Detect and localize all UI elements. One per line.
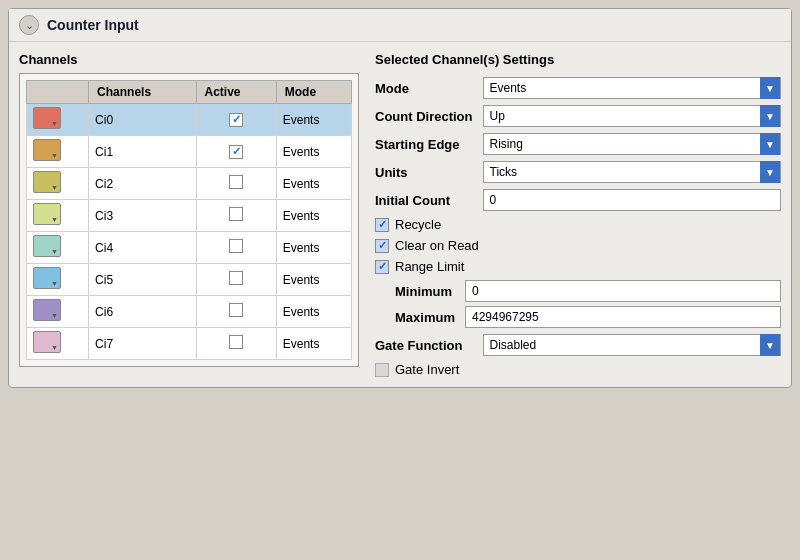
table-row[interactable]: Ci4Events [27, 232, 352, 264]
count-direction-label: Count Direction [375, 109, 473, 124]
table-row[interactable]: Ci5Events [27, 264, 352, 296]
title-bar: ⌄ Counter Input [9, 9, 791, 42]
col-swatch-header [27, 81, 89, 104]
count-direction-value: Up [484, 109, 761, 123]
channel-mode: Events [276, 296, 351, 328]
channels-border: Channels Active Mode Ci0EventsCi1EventsC… [19, 73, 359, 367]
gate-invert-label: Gate Invert [395, 362, 459, 377]
channel-active-checkbox[interactable] [229, 145, 243, 159]
channel-active-checkbox[interactable] [229, 207, 243, 221]
channel-active-checkbox[interactable] [229, 113, 243, 127]
channel-name: Ci5 [89, 264, 196, 296]
channel-active-checkbox[interactable] [229, 303, 243, 317]
table-row[interactable]: Ci0Events [27, 104, 352, 136]
channel-mode: Events [276, 168, 351, 200]
channel-name: Ci1 [89, 136, 196, 168]
channel-color-swatch[interactable] [33, 139, 61, 161]
content-area: Channels Channels Active Mode Ci0EventsC… [9, 42, 791, 387]
channel-active-checkbox[interactable] [229, 271, 243, 285]
minimum-label: Minimum [395, 284, 455, 299]
channel-mode: Events [276, 264, 351, 296]
units-value: Ticks [484, 165, 761, 179]
clear-on-read-row: Clear on Read [375, 238, 781, 253]
initial-count-label: Initial Count [375, 193, 473, 208]
settings-grid: Mode Events ▼ Count Direction Up ▼ Start… [375, 77, 781, 377]
gate-function-arrow[interactable]: ▼ [760, 334, 780, 356]
mode-value: Events [484, 81, 761, 95]
settings-panel: Selected Channel(s) Settings Mode Events… [375, 52, 781, 377]
starting-edge-dropdown[interactable]: Rising ▼ [483, 133, 782, 155]
channel-color-swatch[interactable] [33, 235, 61, 257]
channel-active-checkbox[interactable] [229, 175, 243, 189]
col-mode-header: Mode [276, 81, 351, 104]
panel-title: Counter Input [47, 17, 139, 33]
table-row[interactable]: Ci7Events [27, 328, 352, 360]
mode-dropdown-arrow[interactable]: ▼ [760, 77, 780, 99]
channel-color-swatch[interactable] [33, 107, 61, 129]
channel-name: Ci4 [89, 232, 196, 264]
channels-table: Channels Active Mode Ci0EventsCi1EventsC… [26, 80, 352, 360]
clear-on-read-checkbox[interactable] [375, 239, 389, 253]
collapse-icon[interactable]: ⌄ [19, 15, 39, 35]
count-direction-arrow[interactable]: ▼ [760, 105, 780, 127]
table-row[interactable]: Ci3Events [27, 200, 352, 232]
gate-function-dropdown[interactable]: Disabled ▼ [483, 334, 782, 356]
channel-color-swatch[interactable] [33, 203, 61, 225]
channel-name: Ci0 [89, 104, 196, 136]
channel-name: Ci3 [89, 200, 196, 232]
starting-edge-label: Starting Edge [375, 137, 473, 152]
units-arrow[interactable]: ▼ [760, 161, 780, 183]
count-direction-dropdown[interactable]: Up ▼ [483, 105, 782, 127]
channel-name: Ci7 [89, 328, 196, 360]
channel-color-swatch[interactable] [33, 267, 61, 289]
maximum-label: Maximum [395, 310, 455, 325]
gate-function-label: Gate Function [375, 338, 473, 353]
channel-color-swatch[interactable] [33, 299, 61, 321]
recycle-label: Recycle [395, 217, 441, 232]
range-limit-fields: Minimum Maximum [375, 280, 781, 328]
gate-invert-checkbox[interactable] [375, 363, 389, 377]
gate-function-value: Disabled [484, 338, 761, 352]
table-row[interactable]: Ci1Events [27, 136, 352, 168]
range-limit-checkbox[interactable] [375, 260, 389, 274]
col-active-header: Active [196, 81, 276, 104]
channel-mode: Events [276, 136, 351, 168]
col-channels-header: Channels [89, 81, 196, 104]
table-row[interactable]: Ci6Events [27, 296, 352, 328]
table-row[interactable]: Ci2Events [27, 168, 352, 200]
channel-active-checkbox[interactable] [229, 335, 243, 349]
channels-panel: Channels Channels Active Mode Ci0EventsC… [19, 52, 359, 377]
recycle-checkbox[interactable] [375, 218, 389, 232]
channel-color-swatch[interactable] [33, 331, 61, 353]
gate-invert-row: Gate Invert [375, 362, 781, 377]
table-header-row: Channels Active Mode [27, 81, 352, 104]
channel-mode: Events [276, 104, 351, 136]
main-panel: ⌄ Counter Input Channels Channels Active… [8, 8, 792, 388]
channel-name: Ci6 [89, 296, 196, 328]
channel-mode: Events [276, 200, 351, 232]
channel-active-checkbox[interactable] [229, 239, 243, 253]
channel-mode: Events [276, 328, 351, 360]
units-label: Units [375, 165, 473, 180]
maximum-input[interactable] [465, 306, 781, 328]
channel-mode: Events [276, 232, 351, 264]
initial-count-input[interactable] [483, 189, 782, 211]
channels-section-title: Channels [19, 52, 359, 67]
range-limit-row: Range Limit [375, 259, 781, 274]
mode-label: Mode [375, 81, 473, 96]
range-limit-label: Range Limit [395, 259, 464, 274]
recycle-row: Recycle [375, 217, 781, 232]
mode-dropdown[interactable]: Events ▼ [483, 77, 782, 99]
settings-section-title: Selected Channel(s) Settings [375, 52, 781, 67]
starting-edge-value: Rising [484, 137, 761, 151]
clear-on-read-label: Clear on Read [395, 238, 479, 253]
channel-color-swatch[interactable] [33, 171, 61, 193]
units-dropdown[interactable]: Ticks ▼ [483, 161, 782, 183]
channel-name: Ci2 [89, 168, 196, 200]
minimum-input[interactable] [465, 280, 781, 302]
starting-edge-arrow[interactable]: ▼ [760, 133, 780, 155]
